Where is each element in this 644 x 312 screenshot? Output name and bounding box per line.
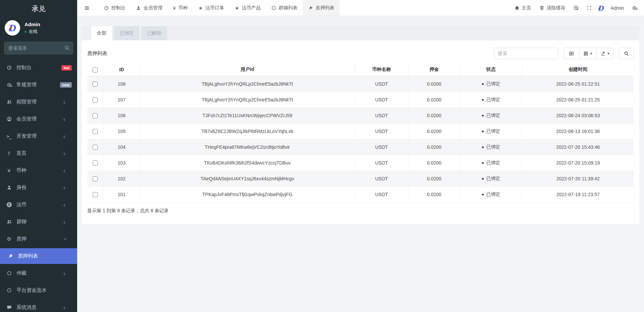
fullscreen-button[interactable] — [583, 0, 596, 16]
row-checkbox[interactable] — [93, 129, 98, 134]
search-icon — [624, 51, 629, 56]
status-label: 已绑定 — [486, 97, 500, 102]
row-user-id: TPKapJvF48PmsTfjGqwPvkqZnbwPdjvjFG — [140, 186, 355, 202]
settings-button[interactable]: ⚙⚙ — [628, 0, 641, 16]
sidebar-item-auth-manage[interactable]: 权限管理‹ — [0, 93, 77, 110]
sidebar-item-pledge[interactable]: ⚙质押‹ — [0, 230, 77, 248]
chevron-left-icon: ‹ — [61, 219, 68, 225]
nav-tab-fiat-product[interactable]: ★法币产品 — [229, 0, 266, 16]
sidebar-item-currency[interactable]: ¥币种‹ — [0, 162, 77, 179]
row-coin-name: USDT — [355, 107, 409, 123]
list-view-icon — [569, 51, 574, 56]
status-label: 已绑定 — [486, 160, 500, 165]
menu-search-input[interactable] — [4, 42, 73, 54]
chevron-left-icon: ‹ — [61, 184, 68, 191]
search-button[interactable] — [619, 48, 634, 59]
status-dot-icon: ● — [482, 81, 484, 86]
sidebar-item-arbitration[interactable]: 仲裁‹ — [0, 265, 77, 282]
row-checkbox[interactable] — [93, 97, 98, 102]
nav-tab-currency[interactable]: ¥币种 — [168, 0, 193, 16]
column-header: 创建时间 — [522, 63, 634, 76]
online-dot-icon: ● — [24, 30, 27, 34]
row-checkbox[interactable] — [93, 176, 98, 181]
nav-tab-fiat-order[interactable]: ★法币订单 — [193, 0, 230, 16]
row-checkbox[interactable] — [93, 82, 98, 87]
chevron-left-icon: ‹ — [61, 133, 68, 139]
row-checkbox[interactable] — [93, 113, 98, 118]
sidebar-item-system-message[interactable]: 系统消息‹ — [0, 299, 77, 312]
users-icon — [5, 99, 13, 104]
nav-tab-label: 会员管理 — [144, 5, 162, 11]
filter-tab-unbound[interactable]: 已解除 — [142, 26, 167, 40]
row-created-time: 2022-08-13 16:01:36 — [522, 123, 634, 139]
sidebar-item-group-chat[interactable]: 群聊‹ — [0, 213, 77, 230]
row-checkbox[interactable] — [93, 161, 98, 166]
columns-button[interactable]: ▾ — [579, 48, 597, 59]
row-checkbox[interactable] — [93, 145, 98, 150]
row-checkbox[interactable] — [93, 192, 98, 197]
home-link[interactable]: 主页 — [511, 0, 535, 16]
filter-tab-all[interactable]: 全部 — [91, 26, 112, 40]
row-status: ●已绑定 — [460, 171, 522, 186]
export-icon — [600, 51, 605, 56]
status-label: 已绑定 — [486, 191, 500, 197]
row-created-time: 2022-07-20 11:39:42 — [522, 171, 634, 186]
row-id: 107 — [103, 92, 140, 107]
table-row: 105TB7v6Z8C2JBWZqJtkP6tRMzLkLoVYqhLxbUSD… — [87, 123, 634, 139]
admin-menu[interactable]: Admin — [607, 0, 628, 16]
row-deposit: 0.0200 — [409, 155, 460, 171]
sidebar-item-member-manage[interactable]: 会员管理‹ — [0, 110, 77, 128]
plug-icon — [7, 254, 14, 259]
switch-view-button[interactable] — [570, 0, 583, 16]
sidebar-item-label: 仲裁 — [16, 270, 61, 276]
sidebar-item-label: 控制台 — [16, 64, 61, 71]
user-icon — [136, 6, 141, 10]
status-label: 已绑定 — [486, 81, 500, 86]
nav-tab-dashboard[interactable]: 控制台 — [99, 0, 131, 16]
select-all-checkbox[interactable] — [93, 68, 98, 73]
nav-tab-pledge-list[interactable]: 质押列表 — [303, 0, 340, 16]
column-header: 状态 — [460, 63, 522, 76]
table-body: 108TBjALghvoY2hYnQRLp2ChneE5azbJ8NkTtUSD… — [87, 76, 634, 202]
table-row: 108TBjALghvoY2hYnQRLp2ChneE5azbJ8NkTtUSD… — [87, 76, 634, 92]
sidebar-item-general-manage[interactable]: ⚙⚙常规管理new — [0, 76, 77, 93]
gears-icon: ⚙⚙ — [632, 5, 637, 11]
star-icon: ★ — [199, 5, 203, 11]
status-dot-icon: ● — [482, 192, 484, 197]
clear-cache-button[interactable]: 清除缓存 — [535, 0, 570, 16]
yen-icon: ¥ — [173, 5, 176, 11]
nav-tab-label: 币种 — [178, 5, 188, 11]
sidebar-item-dev-manage[interactable]: >_开发管理‹ — [0, 128, 77, 145]
row-deposit: 0.0200 — [409, 123, 460, 139]
sidebar-submenu: 质押列表 — [0, 248, 77, 265]
sidebar-toggle-button[interactable] — [80, 0, 94, 16]
row-coin-name: USDT — [355, 123, 409, 139]
row-status: ●已绑定 — [460, 107, 522, 123]
row-coin-name: USDT — [355, 139, 409, 155]
sidebar-item-platform-flow[interactable]: 平台资金流水 — [0, 282, 77, 299]
row-deposit: 0.0200 — [409, 92, 460, 107]
cog-icon: ⚙ — [5, 236, 13, 242]
table-search-input[interactable] — [494, 48, 558, 59]
sidebar-item-dashboard[interactable]: 控制台hot — [0, 59, 77, 76]
row-coin-name: USDT — [355, 92, 409, 107]
top-navbar: 控制台会员管理¥币种★法币订单★法币产品群聊列表质押列表 主页 清除缓存 D A… — [77, 0, 644, 16]
status-dot-icon: ● — [482, 129, 484, 134]
sidebar-item-identity[interactable]: 身份‹ — [0, 179, 77, 196]
toggle-view-button[interactable] — [564, 48, 579, 59]
navbar-right: 主页 清除缓存 D Admin ⚙⚙ — [511, 0, 641, 16]
filter-tab-bound[interactable]: 已绑定 — [114, 26, 140, 40]
row-deposit: 0.0200 — [409, 76, 460, 92]
sidebar-item-fiat[interactable]: S法币‹ — [0, 196, 77, 213]
nav-tab-member-manage[interactable]: 会员管理 — [131, 0, 168, 16]
table-row: 107TBjALghvoY2hYnQRLp2ChneE5azbJ8NkTtUSD… — [87, 92, 634, 107]
row-user-id: TAeQd4ASejmU4XY1sqJ6xv44szmNjMHcgv — [140, 171, 355, 186]
sidebar-item-pledge-list[interactable]: 质押列表 — [0, 248, 77, 264]
export-button[interactable]: ▾ — [596, 48, 614, 59]
table-row: 103TKsB4DKof4fK36ih2fS4dwvcYzcnjTDBuvUSD… — [87, 155, 634, 171]
sidebar-item-home[interactable]: ✌首页‹ — [0, 145, 77, 162]
nav-tab-group-list[interactable]: 群聊列表 — [266, 0, 303, 16]
dashboard-icon — [104, 6, 109, 10]
users-icon — [5, 219, 13, 224]
panel-title: 质押列表 — [87, 50, 107, 57]
